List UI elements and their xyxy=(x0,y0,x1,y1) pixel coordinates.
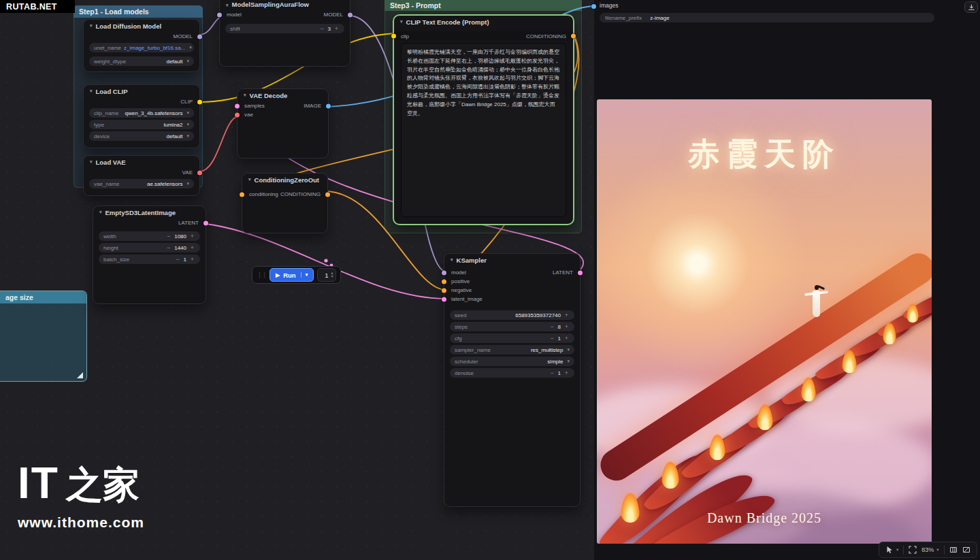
increment-icon[interactable]: + xyxy=(333,25,340,32)
increment-icon[interactable]: + xyxy=(189,233,195,240)
node-clip-text-encode[interactable]: ▾ CLIP Text Encode (Prompt) clip CONDITI… xyxy=(393,15,574,225)
chevron-down-icon[interactable]: ▾ xyxy=(896,547,898,553)
spinner-arrows[interactable]: ▴▾ xyxy=(331,271,333,278)
group-image-size-header[interactable]: age size xyxy=(0,291,86,303)
conditioning-output-socket[interactable] xyxy=(571,34,576,39)
minimap-toggle-icon[interactable] xyxy=(962,546,970,554)
conditioning-output-socket[interactable] xyxy=(325,192,330,197)
widget-value: 8 xyxy=(558,324,561,330)
clip-output-socket[interactable] xyxy=(197,99,202,104)
samples-input-socket[interactable] xyxy=(235,103,240,108)
comfyui-canvas[interactable]: Step1 - Load models Step3 - Prompt age s… xyxy=(0,0,980,560)
clip-input-socket[interactable] xyxy=(391,34,396,39)
widget-denoise[interactable]: denoise − 1 + xyxy=(450,368,574,378)
widget-seed[interactable]: seed 658935359372740 + xyxy=(450,310,574,320)
node-header[interactable]: ▾ KSampler xyxy=(444,254,580,266)
node-header[interactable]: ▾ VAE Decode xyxy=(238,89,328,101)
chevron-down-icon[interactable]: ▾ xyxy=(936,547,938,553)
node-load-clip[interactable]: ▾ Load CLIP CLIP clip_name qwen_3_4b.saf… xyxy=(83,84,200,148)
widget-cfg[interactable]: cfg − 1 + xyxy=(450,333,574,343)
widget-unet-name[interactable]: unet_name z_image_turbo_bf16.sa... ▾ xyxy=(89,43,194,52)
widget-shift[interactable]: shift − 3 + xyxy=(225,24,344,33)
fit-view-icon[interactable] xyxy=(909,546,917,554)
node-vae-decode[interactable]: ▾ VAE Decode samples IMAGE vae xyxy=(237,88,329,159)
group-step1-header[interactable]: Step1 - Load models xyxy=(74,5,203,18)
positive-input-socket[interactable] xyxy=(442,279,446,284)
widget-batch-size[interactable]: batch_size − 1 + xyxy=(99,254,200,264)
widget-clip-name[interactable]: clip_name qwen_3_4b.safetensors ▾ xyxy=(89,108,194,118)
node-load-diffusion-model[interactable]: ▾ Load Diffusion Model MODEL unet_name z… xyxy=(83,19,200,72)
chevron-down-icon[interactable]: ▾ xyxy=(301,272,308,278)
batch-count-stepper[interactable]: 1 ▴▾ xyxy=(317,268,336,282)
image-output-socket[interactable] xyxy=(326,103,331,108)
decrement-icon[interactable]: − xyxy=(165,244,172,251)
node-conditioning-zero-out[interactable]: ▾ ConditioningZeroOut conditioning CONDI… xyxy=(242,173,328,233)
widget-scheduler[interactable]: scheduler simple ▾ xyxy=(450,357,574,366)
node-header[interactable]: ▾ Load Diffusion Model xyxy=(84,20,199,32)
node-model-sampling-auraflow[interactable]: ▾ ModelSamplingAuraFlow model MODEL shif… xyxy=(219,0,350,67)
conditioning-input-socket[interactable] xyxy=(240,192,244,197)
grid-columns-icon[interactable] xyxy=(949,546,958,554)
collapse-icon[interactable]: ▾ xyxy=(90,23,93,29)
collapse-icon[interactable]: ▾ xyxy=(90,88,93,94)
widget-width[interactable]: width − 1080 + xyxy=(99,231,200,241)
model-input-socket[interactable] xyxy=(217,12,222,17)
increment-icon[interactable]: + xyxy=(564,312,570,318)
widget-steps[interactable]: steps − 8 + xyxy=(450,322,574,331)
latent-image-input-socket[interactable] xyxy=(442,297,446,301)
decrement-icon[interactable]: − xyxy=(549,369,555,376)
node-header[interactable]: ▾ Load VAE xyxy=(84,156,199,168)
images-input-socket[interactable] xyxy=(591,4,596,9)
node-header[interactable]: ▾ CLIP Text Encode (Prompt) xyxy=(394,16,573,28)
widget-vae-name[interactable]: vae_name ae.safetensors ▾ xyxy=(89,179,194,188)
latent-output-socket[interactable] xyxy=(578,270,583,275)
increment-icon[interactable]: + xyxy=(189,244,195,251)
resize-handle[interactable] xyxy=(77,372,83,378)
decrement-icon[interactable]: − xyxy=(319,25,325,32)
increment-icon[interactable]: + xyxy=(564,335,570,342)
negative-input-socket[interactable] xyxy=(442,288,446,293)
queue-panel-button[interactable] xyxy=(964,1,978,13)
collapse-icon[interactable]: ▾ xyxy=(451,257,453,263)
node-header[interactable]: ▾ Load CLIP xyxy=(84,85,199,97)
latent-output-socket[interactable] xyxy=(203,220,208,225)
widget-sampler-name[interactable]: sampler_name res_multistep ▾ xyxy=(450,345,574,355)
collapse-icon[interactable]: ▾ xyxy=(248,177,251,182)
vae-output-socket[interactable] xyxy=(197,170,202,175)
node-load-vae[interactable]: ▾ Load VAE VAE vae_name ae.safetensors ▾ xyxy=(83,155,200,196)
node-empty-sd3-latent-image[interactable]: ▾ EmptySD3LatentImage LATENT width − 108… xyxy=(93,205,206,304)
zoom-level[interactable]: 83% xyxy=(921,546,934,553)
node-header[interactable]: ▾ ModelSamplingAuraFlow xyxy=(220,0,350,10)
widget-filename-prefix[interactable]: filename_prefix z-image xyxy=(600,13,934,22)
drag-handle[interactable]: ⋮⋮ xyxy=(257,271,266,278)
node-header[interactable]: ▾ EmptySD3LatentImage xyxy=(93,206,206,218)
decrement-icon[interactable]: − xyxy=(549,323,555,330)
model-output-socket[interactable] xyxy=(348,12,353,17)
run-button[interactable]: ▶ Run ▾ xyxy=(270,268,314,282)
node-ksampler[interactable]: ▾ KSampler model LATENT positive negativ… xyxy=(444,253,581,507)
decrement-icon[interactable]: − xyxy=(165,233,172,240)
decrement-icon[interactable]: − xyxy=(549,335,555,342)
widget-type[interactable]: type lumina2 ▾ xyxy=(89,120,194,129)
increment-icon[interactable]: + xyxy=(564,323,570,330)
increment-icon[interactable]: + xyxy=(189,256,195,263)
widget-weight-dtype[interactable]: weight_dtype default ▾ xyxy=(89,56,194,66)
widget-height[interactable]: height − 1440 + xyxy=(99,243,200,252)
widget-device[interactable]: device default ▾ xyxy=(89,131,194,141)
pointer-tool-icon[interactable] xyxy=(885,546,894,554)
model-input-socket[interactable] xyxy=(442,270,446,275)
collapse-icon[interactable]: ▾ xyxy=(99,210,102,215)
collapse-icon[interactable]: ▾ xyxy=(400,19,403,24)
collapse-icon[interactable]: ▾ xyxy=(244,93,246,98)
decrement-icon[interactable]: − xyxy=(175,256,181,263)
vae-input-socket[interactable] xyxy=(235,112,240,117)
group-image-size-partial[interactable]: age size xyxy=(0,291,86,381)
collapse-icon[interactable]: ▾ xyxy=(90,159,93,165)
collapse-icon[interactable]: ▾ xyxy=(226,3,229,8)
prompt-textarea[interactable]: 黎明粉橘霞光铺满天空，一座由万千赤红与金羽编织而成的悬空长桥在画面左下延伸至右上… xyxy=(401,43,566,217)
model-output-socket[interactable] xyxy=(197,34,202,39)
group-step3-header[interactable]: Step3 - Prompt xyxy=(385,0,582,11)
node-header[interactable]: ▾ ConditioningZeroOut xyxy=(242,174,327,186)
increment-icon[interactable]: + xyxy=(564,369,570,376)
node-save-image[interactable]: images filename_prefix z-image xyxy=(593,0,980,560)
